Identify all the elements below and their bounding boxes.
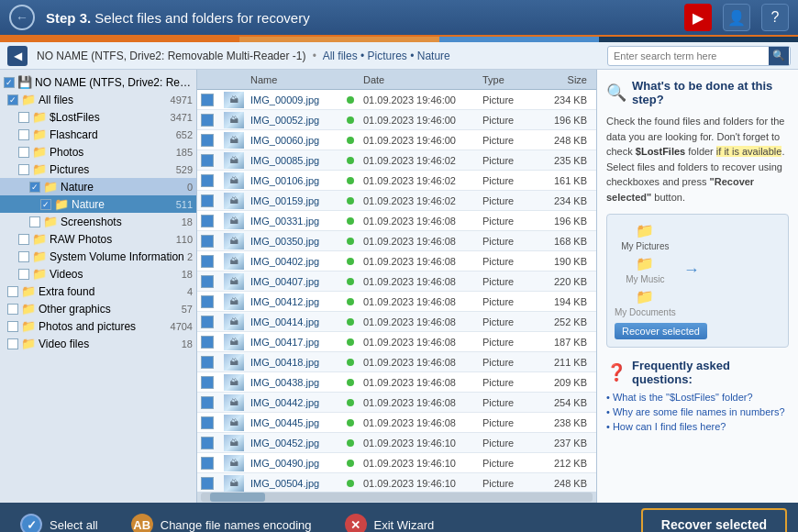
file-checkbox[interactable]: ✓: [201, 114, 221, 127]
tree-checkbox-videofiles[interactable]: [7, 338, 18, 349]
tree-checkbox-sysvolinfo[interactable]: [18, 251, 29, 262]
tree-checkbox-flashcard[interactable]: [18, 129, 29, 140]
file-checkbox[interactable]: ✓: [201, 336, 221, 349]
file-row[interactable]: ✓ 🏔 IMG_00418.jpg 01.09.2023 19:46:08 Pi…: [197, 352, 596, 372]
tree-item-rawphotos[interactable]: 📁RAW Photos 110: [0, 230, 196, 248]
user-button[interactable]: 👤: [723, 4, 750, 31]
file-row[interactable]: ✓ 🏔 IMG_00442.jpg 01.09.2023 19:46:08 Pi…: [197, 393, 596, 413]
faq-item[interactable]: Why are some file names in numbers?: [606, 406, 789, 417]
tree-label-allfiles: All files: [39, 94, 168, 106]
file-checkbox[interactable]: ✓: [201, 457, 221, 470]
tree-item-nature[interactable]: ✓📁Nature 0: [0, 178, 196, 195]
file-row[interactable]: ✓ 🏔 IMG_00438.jpg 01.09.2023 19:46:08 Pi…: [197, 372, 596, 393]
file-checkbox[interactable]: ✓: [201, 134, 221, 147]
tree-item-photos[interactable]: 📁Photos 185: [0, 143, 196, 161]
file-checkbox[interactable]: ✓: [201, 416, 221, 429]
file-checkbox[interactable]: ✓: [201, 174, 221, 187]
file-row[interactable]: ✓ 🏔 IMG_00452.jpg 01.09.2023 19:46:10 Pi…: [197, 433, 596, 453]
horizontal-scrollbar[interactable]: [197, 492, 596, 503]
tree-item-screenshots[interactable]: 📁Screenshots 18: [0, 213, 196, 230]
tree-item-videos[interactable]: 📁Videos 18: [0, 265, 196, 283]
file-checkbox[interactable]: ✓: [201, 94, 221, 106]
faq-item[interactable]: What is the "$LostFiles" folder?: [606, 392, 789, 403]
file-date: 01.09.2023 19:46:08: [363, 216, 482, 227]
file-row[interactable]: ✓ 🏔 IMG_00106.jpg 01.09.2023 19:46:02 Pi…: [197, 171, 596, 191]
file-row[interactable]: ✓ 🏔 IMG_00060.jpg 01.09.2023 19:46:00 Pi…: [197, 130, 596, 150]
file-checkbox[interactable]: ✓: [201, 396, 221, 409]
tree-item-nature2[interactable]: ✓📁Nature 511: [0, 195, 196, 213]
tree-checkbox-othergraphics[interactable]: [7, 304, 18, 315]
file-checkbox[interactable]: ✓: [201, 295, 221, 308]
file-row[interactable]: ✓ 🏔 IMG_00414.jpg 01.09.2023 19:46:08 Pi…: [197, 312, 596, 332]
file-checkbox[interactable]: ✓: [201, 316, 221, 328]
file-row[interactable]: ✓ 🏔 IMG_00490.jpg 01.09.2023 19:46:10 Pi…: [197, 453, 596, 473]
tree-item-extrafound[interactable]: 📁Extra found 4: [0, 283, 196, 300]
exit-button[interactable]: ✕ Exit Wizard: [336, 508, 444, 532]
file-checkbox[interactable]: ✓: [201, 235, 221, 248]
file-row[interactable]: ✓ 🏔 IMG_00009.jpg 01.09.2023 19:46:00 Pi…: [197, 90, 596, 110]
tree-item-videofiles[interactable]: 📁Video files 18: [0, 335, 196, 352]
file-row[interactable]: ✓ 🏔 IMG_00417.jpg 01.09.2023 19:46:08 Pi…: [197, 332, 596, 352]
tree-item-root[interactable]: ✓💾NO NAME (NTFS, Drive2: Remo: [0, 73, 196, 91]
file-checkbox[interactable]: ✓: [201, 477, 221, 490]
recover-mini-button[interactable]: Recover selected: [615, 323, 707, 339]
file-row[interactable]: ✓ 🏔 IMG_00412.jpg 01.09.2023 19:46:08 Pi…: [197, 292, 596, 312]
youtube-button[interactable]: ▶: [684, 4, 712, 31]
file-checkbox[interactable]: ✓: [201, 356, 221, 369]
tree-item-pictures[interactable]: 📁Pictures 529: [0, 161, 196, 178]
tree-checkbox-photosandpictures[interactable]: [7, 321, 18, 332]
file-row[interactable]: ✓ 🏔 IMG_00504.jpg 01.09.2023 19:46:10 Pi…: [197, 473, 596, 492]
tree-item-sysvolinfo[interactable]: 📁System Volume Information 2: [0, 248, 196, 265]
select-all-button[interactable]: ✓ Select all: [11, 508, 107, 532]
search-input[interactable]: [608, 47, 769, 65]
file-checkbox[interactable]: ✓: [201, 255, 221, 268]
tree-checkbox-nature[interactable]: ✓: [29, 182, 40, 193]
tree-checkbox-lostfiles[interactable]: [18, 112, 29, 123]
tree-checkbox-screenshots[interactable]: [29, 216, 40, 227]
encoding-button[interactable]: AB Change file names encoding: [122, 508, 321, 532]
tree-item-othergraphics[interactable]: 📁Other graphics 57: [0, 300, 196, 317]
back-button[interactable]: ←: [9, 5, 35, 30]
search-button[interactable]: 🔍: [769, 47, 789, 65]
file-row[interactable]: ✓ 🏔 IMG_00402.jpg 01.09.2023 19:46:08 Pi…: [197, 251, 596, 272]
tree-checkbox-rawphotos[interactable]: [18, 234, 29, 245]
file-row[interactable]: ✓ 🏔 IMG_00350.jpg 01.09.2023 19:46:08 Pi…: [197, 231, 596, 251]
file-row[interactable]: ✓ 🏔 IMG_00331.jpg 01.09.2023 19:46:08 Pi…: [197, 211, 596, 231]
tree-count-nature2: 511: [176, 199, 193, 210]
tree-checkbox-extrafound[interactable]: [7, 286, 18, 297]
file-row[interactable]: ✓ 🏔 IMG_00085.jpg 01.09.2023 19:46:02 Pi…: [197, 150, 596, 171]
tree-checkbox-pictures[interactable]: [18, 164, 29, 175]
file-list[interactable]: ✓ 🏔 IMG_00009.jpg 01.09.2023 19:46:00 Pi…: [197, 90, 596, 492]
tree-item-photosandpictures[interactable]: 📁Photos and pictures 4704: [0, 317, 196, 335]
file-type: Picture: [482, 337, 538, 348]
file-row[interactable]: ✓ 🏔 IMG_00159.jpg 01.09.2023 19:46:02 Pi…: [197, 191, 596, 211]
recover-selected-button[interactable]: Recover selected: [641, 508, 787, 532]
tree-checkbox-videos[interactable]: [18, 269, 29, 280]
tree-item-allfiles[interactable]: ✓📁All files 4971: [0, 91, 196, 108]
search-box[interactable]: 🔍: [607, 46, 791, 66]
tree-checkbox-nature2[interactable]: ✓: [40, 199, 51, 210]
file-status: [347, 480, 363, 487]
file-checkbox[interactable]: ✓: [201, 215, 221, 227]
tree-checkbox-photos[interactable]: [18, 147, 29, 158]
nav-back-button[interactable]: ◀: [7, 46, 28, 66]
help-button[interactable]: ?: [761, 4, 789, 31]
tree-item-flashcard[interactable]: 📁Flashcard 652: [0, 126, 196, 143]
file-checkbox[interactable]: ✓: [201, 437, 221, 449]
file-status: [347, 278, 363, 285]
tree-checkbox-allfiles[interactable]: ✓: [7, 94, 18, 105]
progress-segment-2: [239, 37, 439, 42]
file-checkbox[interactable]: ✓: [201, 275, 221, 288]
file-checkbox[interactable]: ✓: [201, 194, 221, 207]
tree-item-lostfiles[interactable]: 📁$LostFiles 3471: [0, 108, 196, 126]
file-row[interactable]: ✓ 🏔 IMG_00052.jpg 01.09.2023 19:46:00 Pi…: [197, 110, 596, 130]
file-date: 01.09.2023 19:46:10: [363, 478, 482, 489]
tree-checkbox-root[interactable]: ✓: [4, 77, 15, 88]
file-status: [347, 258, 363, 265]
file-status: [347, 238, 363, 245]
file-row[interactable]: ✓ 🏔 IMG_00445.jpg 01.09.2023 19:46:08 Pi…: [197, 413, 596, 433]
faq-item[interactable]: How can I find files here?: [606, 421, 789, 432]
file-checkbox[interactable]: ✓: [201, 376, 221, 389]
file-row[interactable]: ✓ 🏔 IMG_00407.jpg 01.09.2023 19:46:08 Pi…: [197, 272, 596, 292]
file-checkbox[interactable]: ✓: [201, 154, 221, 167]
